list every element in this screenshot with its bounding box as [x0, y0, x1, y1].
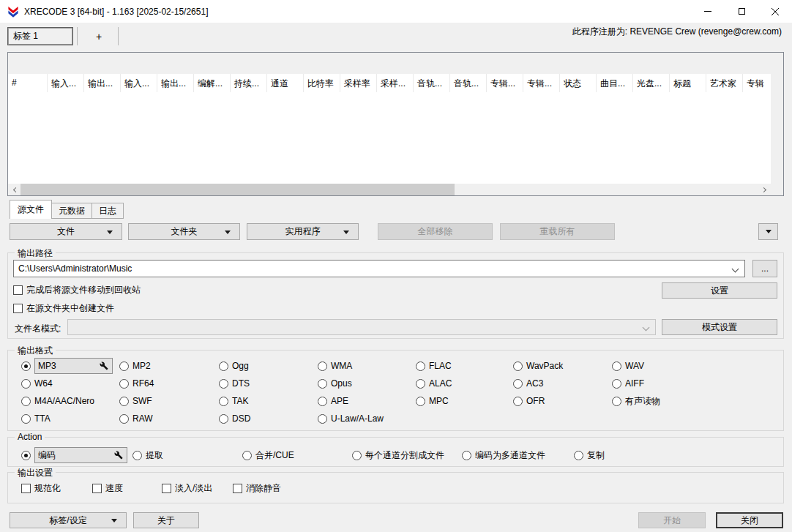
start-button[interactable]: 开始 [638, 512, 706, 528]
format-option[interactable]: Ogg [219, 357, 318, 375]
scroll-right-button[interactable] [758, 184, 771, 195]
reload-all-button[interactable]: 重载所有 [500, 223, 615, 240]
action-config-box[interactable]: 编码 [34, 447, 127, 463]
table-body[interactable] [8, 92, 771, 184]
close-button[interactable] [758, 0, 792, 23]
format-option[interactable]: U-Law/A-Law [318, 410, 416, 427]
column-header[interactable]: 采样... [377, 74, 414, 92]
column-header[interactable]: 光盘... [633, 74, 670, 92]
table-header-row: # 输入... 输出... 输入... 输出... 编解... 持续... 通道… [8, 74, 771, 92]
view-tab-label: 元数据 [59, 205, 85, 217]
column-header[interactable]: 专辑... [523, 74, 560, 92]
format-option[interactable]: Opus [318, 375, 416, 392]
output-setting-label: 规范化 [34, 482, 61, 495]
column-header[interactable]: 曲目... [597, 74, 633, 92]
action-option[interactable]: 编码为多通道文件 [462, 446, 574, 464]
format-option[interactable]: RF64 [119, 375, 219, 392]
pattern-settings-button[interactable]: 模式设置 [662, 319, 777, 335]
format-option[interactable]: MPC [416, 392, 513, 410]
column-header[interactable]: # [8, 74, 48, 92]
format-option[interactable]: 有声读物 [612, 392, 780, 410]
session-tab[interactable]: 标签 1 [7, 27, 73, 45]
column-header[interactable]: 持续... [231, 74, 267, 92]
output-path-combobox[interactable]: C:\Users\Administrator\Music [13, 260, 745, 277]
column-header[interactable]: 音轨... [450, 74, 487, 92]
format-option[interactable]: AIFF [612, 375, 780, 392]
format-option[interactable]: WMA [318, 357, 416, 375]
horizontal-scrollbar-thumb[interactable] [20, 184, 455, 195]
more-options-button[interactable] [758, 223, 778, 240]
column-header[interactable]: 专辑 [743, 74, 771, 92]
combo-dropdown-icon[interactable] [732, 266, 739, 273]
format-option[interactable]: DSD [219, 410, 318, 427]
action-label: 每个通道分割成文件 [365, 449, 444, 462]
wrench-icon[interactable] [114, 451, 123, 460]
format-option[interactable]: M4A/AAC/Nero [21, 392, 119, 410]
column-header[interactable]: 输出... [84, 74, 121, 92]
filename-pattern-combobox[interactable] [67, 319, 656, 335]
format-option[interactable]: MP2 [119, 357, 219, 375]
file-list-table[interactable]: # 输入... 输出... 输入... 输出... 编解... 持续... 通道… [7, 52, 784, 196]
column-header[interactable]: 输出... [157, 74, 194, 92]
checkbox-icon [92, 484, 102, 493]
remove-all-button[interactable]: 全部移除 [378, 223, 493, 240]
format-option[interactable]: TAK [219, 392, 318, 410]
close-app-button[interactable]: 关闭 [716, 512, 783, 528]
format-option[interactable]: APE [318, 392, 416, 410]
folder-menu-button[interactable]: 文件夹 [128, 223, 240, 240]
format-option[interactable]: RAW [119, 410, 219, 427]
format-option[interactable]: OFR [513, 392, 612, 410]
output-setting-checkbox[interactable]: 消除静音 [233, 482, 780, 495]
scroll-left-button[interactable] [8, 184, 20, 195]
column-header[interactable]: 通道 [267, 74, 304, 92]
column-header[interactable]: 编解... [194, 74, 231, 92]
file-menu-button[interactable]: 文件 [10, 223, 122, 240]
column-header[interactable]: 音轨... [414, 74, 450, 92]
add-tab-button[interactable]: + [82, 27, 116, 45]
column-header[interactable]: 状态 [560, 74, 597, 92]
column-header[interactable]: 比特率 [304, 74, 340, 92]
view-tab[interactable]: 元数据 [52, 203, 92, 219]
utilities-menu-button[interactable]: 实用程序 [247, 223, 359, 240]
browse-button[interactable]: ... [752, 260, 777, 277]
output-setting-checkbox[interactable]: 淡入/淡出 [162, 482, 233, 495]
format-option[interactable]: WAV [612, 357, 780, 375]
move-to-recycle-checkbox[interactable]: 完成后将源文件移动到回收站 [13, 284, 141, 296]
format-option[interactable]: MP3 [21, 357, 119, 375]
column-header[interactable]: 标题 [670, 74, 706, 92]
app-logo-icon [7, 6, 19, 18]
output-setting-checkbox[interactable]: 规范化 [21, 482, 92, 495]
action-option[interactable]: 复制 [574, 446, 780, 464]
format-option[interactable]: DTS [219, 375, 318, 392]
format-option[interactable]: TTA [21, 410, 119, 427]
tags-settings-button[interactable]: 标签/设定 [10, 512, 127, 528]
action-option[interactable]: 合并/CUE [242, 446, 352, 464]
about-button[interactable]: 关于 [133, 512, 199, 528]
checkbox-icon [233, 484, 242, 493]
action-option[interactable]: 每个通道分割成文件 [352, 446, 462, 464]
settings-button[interactable]: 设置 [662, 282, 777, 299]
format-option[interactable]: ALAC [416, 375, 513, 392]
horizontal-scrollbar[interactable] [8, 184, 783, 195]
minimize-button[interactable] [691, 0, 725, 23]
column-header[interactable]: 艺术家 [706, 74, 743, 92]
format-option[interactable]: SWF [119, 392, 219, 410]
action-option[interactable]: 提取 [132, 446, 242, 464]
column-header[interactable]: 输入... [48, 74, 84, 92]
format-config-box[interactable]: MP3 [34, 358, 113, 374]
view-tab[interactable]: 日志 [92, 203, 124, 219]
maximize-button[interactable] [725, 0, 758, 23]
create-in-source-checkbox[interactable]: 在源文件夹中创建文件 [13, 302, 114, 315]
vertical-scrollbar[interactable] [771, 53, 783, 184]
wrench-icon[interactable] [100, 361, 108, 370]
format-option[interactable]: FLAC [416, 357, 513, 375]
action-option[interactable]: 编码 [21, 446, 132, 464]
format-option[interactable]: AC3 [513, 375, 612, 392]
column-header[interactable]: 专辑... [487, 74, 523, 92]
format-option[interactable]: W64 [21, 375, 119, 392]
column-header[interactable]: 采样率 [340, 74, 377, 92]
column-header[interactable]: 输入... [121, 74, 157, 92]
view-tab[interactable]: 源文件 [10, 200, 52, 219]
output-setting-checkbox[interactable]: 速度 [92, 482, 162, 495]
format-option[interactable]: WavPack [513, 357, 612, 375]
